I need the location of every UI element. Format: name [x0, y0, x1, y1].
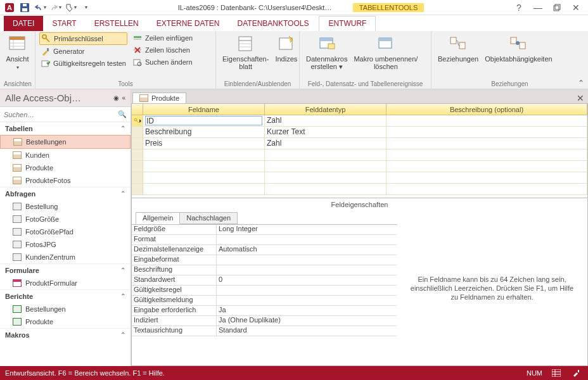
- tab-externe-daten[interactable]: EXTERNE DATEN: [148, 16, 229, 31]
- minimize-button[interactable]: —: [531, 1, 545, 14]
- qat-customize[interactable]: ▾: [79, 1, 93, 14]
- prop-row[interactable]: Beschriftung: [132, 265, 397, 276]
- cell-beschreibung[interactable]: [387, 115, 587, 126]
- tab-entwurf[interactable]: ENTWURF: [319, 16, 376, 31]
- objektabhaengigkeiten-button[interactable]: Objektabhängigkeiten: [482, 32, 554, 64]
- prop-value[interactable]: Ja: [217, 306, 397, 315]
- cell-feldname[interactable]: [143, 115, 265, 126]
- nav-item-kundenzentrum[interactable]: KundenZentrum: [0, 251, 131, 263]
- indizes-button[interactable]: Indizes: [272, 32, 300, 72]
- nav-group-tabellen[interactable]: Tabellen⌃: [0, 122, 131, 135]
- ansicht-button[interactable]: Ansicht▾: [4, 32, 31, 73]
- cell-datentyp[interactable]: Kurzer Text: [265, 127, 387, 137]
- nav-item-r-produkte[interactable]: Produkte: [0, 315, 131, 328]
- prop-row[interactable]: Gültigkeitsregel: [132, 286, 397, 296]
- nav-item-produkte[interactable]: Produkte: [0, 162, 131, 174]
- tab-file[interactable]: DATEI: [4, 16, 43, 31]
- access-app-icon[interactable]: A: [3, 1, 16, 14]
- datasheet-view-button[interactable]: [550, 368, 563, 378]
- cell-datentyp[interactable]: Zahl: [265, 138, 387, 149]
- row-selector[interactable]: [132, 149, 143, 160]
- doc-tab-produkte[interactable]: Produkte: [132, 92, 186, 103]
- table-row[interactable]: PreisZahl: [132, 138, 587, 149]
- row-selector[interactable]: [132, 161, 143, 172]
- table-row[interactable]: [132, 172, 587, 184]
- collapse-ribbon-button[interactable]: ⌃: [578, 79, 584, 87]
- prop-value[interactable]: [217, 255, 397, 265]
- prop-value[interactable]: Long Integer: [217, 225, 397, 234]
- prop-row[interactable]: FeldgrößeLong Integer: [132, 225, 397, 235]
- nav-item-kunden[interactable]: Kunden: [0, 149, 131, 162]
- help-button[interactable]: ?: [512, 1, 526, 14]
- row-selector[interactable]: [132, 115, 143, 126]
- undo-button[interactable]: ▾: [33, 1, 47, 14]
- table-row[interactable]: [132, 184, 587, 195]
- nav-item-fotosjpg[interactable]: FotosJPG: [0, 238, 131, 251]
- nav-group-berichte[interactable]: Berichte⌃: [0, 289, 131, 303]
- table-row[interactable]: Zahl: [132, 115, 587, 127]
- nav-collapse-icon[interactable]: «: [122, 94, 125, 101]
- nav-item-produktformular[interactable]: ProduktFormular: [0, 277, 131, 289]
- search-icon[interactable]: 🔍: [118, 110, 127, 118]
- format-painter-icon[interactable]: ▾: [63, 1, 77, 14]
- tab-erstellen[interactable]: ERSTELLEN: [86, 16, 148, 31]
- nav-item-fotogroessepfad[interactable]: FotoGrößePfad: [0, 225, 131, 238]
- feldname-input[interactable]: [145, 116, 262, 125]
- col-beschreibung[interactable]: Beschreibung (optional): [387, 104, 587, 115]
- nav-item-r-bestellungen[interactable]: Bestellungen: [0, 303, 131, 315]
- table-row[interactable]: [132, 149, 587, 161]
- prop-value[interactable]: [217, 265, 397, 275]
- nav-group-abfragen[interactable]: Abfragen⌃: [0, 187, 131, 200]
- grid-rows[interactable]: Zahl BeschreibungKurzer Text PreisZahl: [132, 115, 587, 198]
- primaerschluessel-button[interactable]: Primärschlüssel: [39, 32, 127, 45]
- tab-allgemein[interactable]: Allgemein: [136, 212, 180, 224]
- col-feldname[interactable]: Feldname: [143, 104, 265, 115]
- cell-beschreibung[interactable]: [387, 127, 587, 137]
- prop-row[interactable]: Standardwert0: [132, 276, 397, 286]
- nav-filter-icon[interactable]: ◉: [113, 94, 119, 101]
- zeilen-einfuegen-button[interactable]: Zeilen einfügen: [131, 32, 194, 44]
- nav-group-formulare[interactable]: Formulare⌃: [0, 263, 131, 277]
- nav-item-bestellungen[interactable]: Bestellungen: [0, 135, 131, 149]
- suchen-aendern-button[interactable]: Suchen ändern: [131, 56, 194, 68]
- cell-datentyp[interactable]: Zahl: [265, 115, 387, 126]
- nav-item-fotogroesse[interactable]: FotoGröße: [0, 213, 131, 225]
- search-input[interactable]: [4, 111, 118, 118]
- restore-button[interactable]: [550, 1, 564, 14]
- table-row[interactable]: [132, 161, 587, 172]
- nav-header[interactable]: Alle Access-Obj… ◉ «: [0, 89, 131, 107]
- tab-datenbanktools[interactable]: DATENBANKTOOLS: [229, 16, 318, 31]
- prop-value[interactable]: Standard: [217, 326, 397, 336]
- row-selector[interactable]: [132, 184, 143, 194]
- prop-value[interactable]: [217, 286, 397, 295]
- makro-umbenennen-button[interactable]: Makro umbenennen/ löschen: [351, 32, 420, 72]
- table-row[interactable]: BeschreibungKurzer Text: [132, 127, 587, 138]
- prop-row[interactable]: TextausrichtungStandard: [132, 326, 397, 336]
- row-selector-header[interactable]: [132, 104, 143, 115]
- beziehungen-button[interactable]: Beziehungen: [435, 32, 481, 64]
- prop-row[interactable]: DezimalstellenanzeigeAutomatisch: [132, 245, 397, 255]
- redo-button[interactable]: ▾: [48, 1, 62, 14]
- prop-value[interactable]: Ja (Ohne Duplikate): [217, 316, 397, 326]
- prop-value[interactable]: [217, 235, 397, 244]
- tab-nachschlagen[interactable]: Nachschlagen: [179, 212, 238, 224]
- eigenschaftenblatt-button[interactable]: Eigenschaften- blatt: [220, 32, 271, 72]
- nav-item-bestellung-q[interactable]: Bestellung: [0, 200, 131, 213]
- row-selector[interactable]: [132, 172, 143, 183]
- col-datentyp[interactable]: Felddatentyp: [265, 104, 387, 115]
- nav-group-makros[interactable]: Makros⌃: [0, 328, 131, 341]
- prop-row[interactable]: Eingabe erforderlichJa: [132, 306, 397, 316]
- row-selector[interactable]: [132, 127, 143, 137]
- gueltigkeitsregeln-button[interactable]: Gültigkeitsregeln testen: [39, 58, 127, 69]
- prop-row[interactable]: IndiziertJa (Ohne Duplikate): [132, 316, 397, 326]
- cell-feldname[interactable]: Beschreibung: [143, 127, 265, 137]
- nav-item-produktefotos[interactable]: ProdukteFotos: [0, 174, 131, 187]
- cell-feldname[interactable]: Preis: [143, 138, 265, 149]
- doc-close-button[interactable]: ✕: [573, 93, 588, 103]
- datenmakros-button[interactable]: Datenmakros erstellen ▾: [304, 32, 350, 72]
- generator-button[interactable]: Generator: [39, 46, 127, 57]
- prop-row[interactable]: Gültigkeitsmeldung: [132, 296, 397, 306]
- save-button[interactable]: [18, 1, 32, 14]
- cell-beschreibung[interactable]: [387, 138, 587, 149]
- design-view-button[interactable]: [570, 368, 583, 378]
